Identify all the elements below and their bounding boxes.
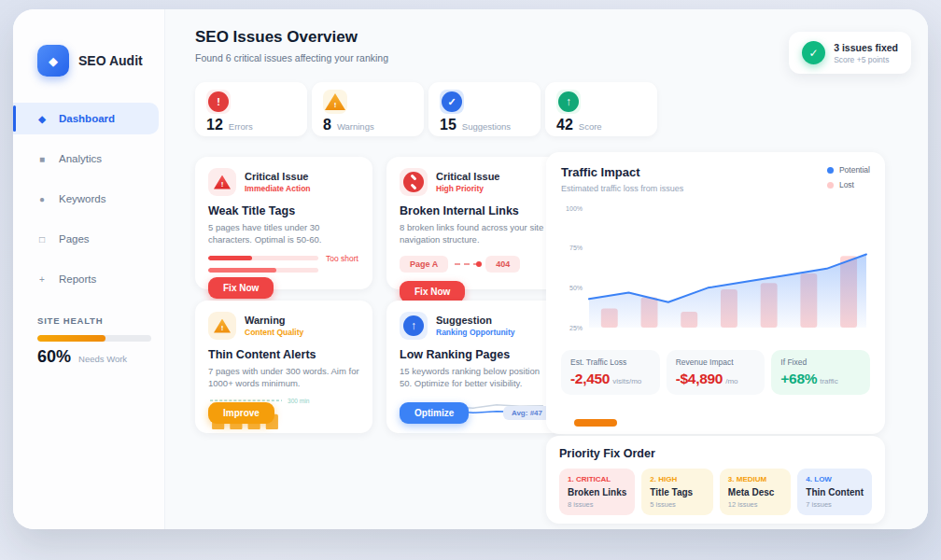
- stat-card-score[interactable]: ↑ 42 Score: [545, 82, 657, 136]
- card-kind: Critical Issue: [245, 171, 311, 182]
- error-icon: !: [206, 90, 231, 114]
- card-kind: Critical Issue: [436, 171, 499, 182]
- traffic-impact-panel: Traffic Impact Estimated traffic loss fr…: [546, 152, 885, 434]
- stat-revenue-impact: Revenue Impact -$4,890 /mo: [667, 350, 765, 395]
- sidebar-item-reports[interactable]: + Reports: [13, 263, 164, 295]
- page-chip: Page A: [400, 256, 448, 273]
- card-tag: Ranking Opportunity: [436, 328, 515, 337]
- dashboard-icon: ◆: [36, 114, 48, 124]
- card-kind: Suggestion: [436, 315, 515, 326]
- svg-text:300 min: 300 min: [288, 398, 310, 404]
- card-kind: Warning: [245, 315, 303, 326]
- sidebar-item-label: Reports: [59, 273, 96, 285]
- card-desc: 7 pages with under 300 words. Aim for 10…: [208, 366, 359, 390]
- priority-item-medium[interactable]: 3. MEDIUM Meta Desc 12 issues: [720, 469, 792, 515]
- errors-label: Errors: [229, 121, 253, 132]
- broken-link-diagram: Page A 404: [400, 256, 551, 273]
- site-health-percent: 60%: [37, 347, 71, 367]
- fix-now-button[interactable]: Fix Now: [400, 281, 465, 302]
- stat-card-warnings[interactable]: ! 8 Warnings: [312, 82, 424, 136]
- app-window: ◆ SEO Audit ◆ Dashboard ■ Analytics ● Ke…: [13, 9, 928, 529]
- bar-note: Too short: [326, 254, 358, 263]
- accent-bar: [574, 419, 617, 427]
- page-header: SEO Issues Overview Found 6 critical iss…: [195, 28, 388, 63]
- score-label: Score: [579, 121, 602, 132]
- suggestion-check-icon: ✓: [440, 90, 464, 114]
- card-desc: 15 keywords ranking below position 50. O…: [400, 366, 551, 390]
- priority-item-critical[interactable]: 1. CRITICAL Broken Links 8 issues: [559, 469, 635, 515]
- legend-dot-lost: [827, 182, 834, 189]
- error-404-chip: 404: [485, 256, 520, 273]
- priority-item-high[interactable]: 2. HIGH Title Tags 5 issues: [641, 469, 713, 515]
- errors-count: 12: [206, 117, 223, 133]
- optimize-button[interactable]: Optimize: [400, 402, 469, 424]
- priority-item-low[interactable]: 4. LOW Thin Content 7 issues: [797, 469, 872, 515]
- stat-card-suggestions[interactable]: ✓ 15 Suggestions: [428, 82, 541, 136]
- brand-logo-icon: ◆: [37, 45, 69, 77]
- sidebar-item-pages[interactable]: □ Pages: [13, 223, 164, 255]
- impact-stats: Est. Traffic Loss -2,450 visits/mo Reven…: [561, 350, 870, 395]
- sidebar-nav: ◆ Dashboard ■ Analytics ● Keywords □ Pag…: [13, 103, 164, 295]
- sidebar-item-dashboard[interactable]: ◆ Dashboard: [13, 103, 159, 134]
- card-tag: Content Quality: [245, 328, 303, 337]
- keywords-icon: ●: [36, 194, 48, 204]
- card-title: Thin Content Alerts: [208, 348, 359, 361]
- main-content: SEO Issues Overview Found 6 critical iss…: [165, 9, 928, 529]
- analytics-icon: ■: [36, 154, 48, 164]
- card-broken-links: Critical Issue High Priority Broken Inte…: [386, 157, 564, 289]
- card-tag: Immediate Action: [245, 184, 311, 193]
- legend-label: Potential: [839, 165, 870, 175]
- sidebar-item-keywords[interactable]: ● Keywords: [13, 183, 164, 215]
- brand: ◆ SEO Audit: [13, 9, 164, 77]
- card-tag: High Priority: [436, 184, 499, 193]
- legend-dot-potential: [827, 167, 834, 174]
- site-health-label: SITE HEALTH: [37, 315, 151, 326]
- sidebar: ◆ SEO Audit ◆ Dashboard ■ Analytics ● Ke…: [13, 9, 165, 529]
- traffic-chart: 100%75%50%25%: [561, 199, 870, 341]
- arrow-up-icon: ↑: [400, 312, 428, 340]
- reports-icon: +: [36, 274, 48, 285]
- card-weak-title-tags: ! Critical Issue Immediate Action Weak T…: [195, 157, 372, 289]
- sidebar-item-analytics[interactable]: ■ Analytics: [13, 143, 164, 175]
- card-title: Weak Title Tags: [208, 204, 359, 217]
- warning-triangle-icon: !: [208, 312, 236, 340]
- warnings-count: 8: [323, 117, 331, 133]
- card-desc: 5 pages have titles under 30 characters.…: [208, 222, 359, 246]
- check-circle-icon: ✓: [802, 41, 825, 64]
- warning-icon: !: [323, 90, 347, 114]
- svg-text:50%: 50%: [569, 285, 583, 291]
- issues-fixed-title: 3 issues fixed: [834, 42, 898, 53]
- brand-name: SEO Audit: [78, 53, 143, 68]
- score-count: 42: [556, 117, 573, 133]
- broken-link-icon: [400, 168, 428, 196]
- site-health-fill: [37, 335, 105, 342]
- priority-fix-order-panel: Priority Fix Order 1. CRITICAL Broken Li…: [546, 436, 885, 524]
- site-health-progressbar: [37, 335, 151, 342]
- stat-traffic-loss: Est. Traffic Loss -2,450 visits/mo: [561, 350, 660, 395]
- traffic-subtitle: Estimated traffic loss from issues: [561, 184, 683, 193]
- issues-fixed-subtitle: Score +5 points: [834, 55, 898, 64]
- fix-now-button[interactable]: Fix Now: [208, 277, 274, 299]
- svg-text:75%: 75%: [569, 245, 583, 251]
- stat-if-fixed: If Fixed +68% traffic: [771, 350, 870, 395]
- svg-text:100%: 100%: [566, 205, 583, 212]
- card-title: Low Ranking Pages: [400, 348, 551, 361]
- card-desc: 8 broken links found across your site na…: [400, 222, 551, 246]
- priority-title: Priority Fix Order: [559, 447, 872, 460]
- traffic-title: Traffic Impact: [561, 165, 683, 179]
- card-thin-content: ! Warning Content Quality Thin Content A…: [195, 301, 372, 433]
- site-health: SITE HEALTH 60% Needs Work: [37, 315, 151, 367]
- sidebar-item-label: Pages: [59, 233, 90, 245]
- svg-text:25%: 25%: [569, 325, 583, 331]
- stat-card-errors[interactable]: ! 12 Errors: [195, 82, 307, 136]
- card-title: Broken Internal Links: [400, 204, 551, 217]
- suggestions-count: 15: [440, 117, 456, 133]
- warnings-label: Warnings: [337, 121, 374, 132]
- card-low-ranking: ↑ Suggestion Ranking Opportunity Low Ran…: [386, 301, 564, 433]
- avg-position-chip: Avg: #47: [503, 406, 551, 420]
- issues-fixed-badge: ✓ 3 issues fixed Score +5 points: [789, 32, 911, 74]
- chart-legend: Potential Lost: [827, 165, 870, 195]
- pages-icon: □: [36, 234, 48, 245]
- suggestions-label: Suggestions: [462, 121, 511, 132]
- improve-button[interactable]: Improve: [208, 402, 274, 424]
